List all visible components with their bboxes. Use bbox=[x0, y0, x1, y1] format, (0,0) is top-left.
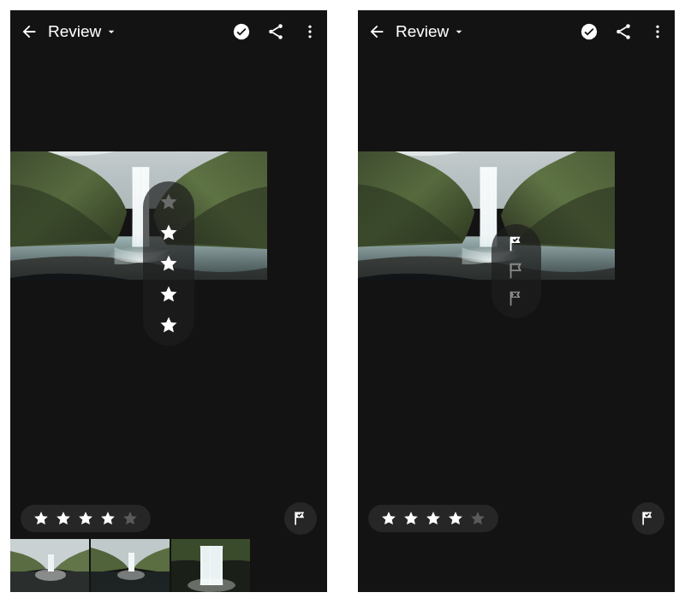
flag-pick-icon[interactable] bbox=[507, 234, 526, 253]
rating-display[interactable] bbox=[21, 505, 151, 532]
phone-screen-right: Review bbox=[358, 10, 675, 592]
flag-gesture-overlay[interactable] bbox=[491, 224, 541, 318]
star-icon bbox=[425, 510, 442, 527]
mode-label: Review bbox=[48, 22, 101, 41]
star-icon bbox=[77, 510, 94, 527]
star-icon bbox=[158, 192, 179, 212]
star-icon bbox=[55, 510, 72, 527]
share-icon bbox=[266, 22, 285, 41]
mode-dropdown[interactable]: Review bbox=[396, 22, 466, 41]
caret-down-icon bbox=[452, 25, 466, 38]
caret-down-icon bbox=[104, 25, 118, 38]
overflow-button[interactable] bbox=[640, 23, 675, 40]
back-button[interactable] bbox=[10, 22, 48, 41]
select-mode-button[interactable] bbox=[572, 22, 606, 41]
overflow-button[interactable] bbox=[293, 23, 327, 40]
share-button[interactable] bbox=[259, 22, 293, 41]
star-icon bbox=[122, 510, 139, 527]
share-icon bbox=[614, 22, 633, 41]
app-header: Review bbox=[358, 10, 675, 53]
star-icon bbox=[99, 510, 116, 527]
flag-pick-icon bbox=[640, 510, 657, 527]
bottom-bar bbox=[358, 501, 675, 536]
photo-image bbox=[358, 151, 615, 280]
mode-label: Review bbox=[396, 22, 449, 41]
star-icon bbox=[158, 222, 179, 243]
more-vert-icon bbox=[301, 23, 319, 40]
filmstrip[interactable] bbox=[358, 539, 675, 592]
thumbnail[interactable] bbox=[171, 539, 250, 592]
star-icon bbox=[402, 510, 420, 527]
star-icon bbox=[158, 315, 179, 335]
rating-display[interactable] bbox=[368, 505, 498, 532]
star-icon bbox=[158, 253, 179, 274]
filmstrip[interactable] bbox=[10, 539, 327, 592]
check-circle-icon bbox=[580, 22, 599, 41]
thumbnail[interactable] bbox=[10, 539, 89, 592]
more-vert-icon bbox=[649, 23, 666, 40]
rating-gesture-overlay[interactable] bbox=[143, 181, 194, 346]
back-button[interactable] bbox=[358, 22, 396, 41]
flag-pick-icon bbox=[292, 510, 309, 527]
bottom-bar bbox=[10, 501, 327, 536]
select-mode-button[interactable] bbox=[224, 22, 259, 41]
check-circle-icon bbox=[232, 22, 251, 41]
thumbnail[interactable] bbox=[91, 539, 170, 592]
arrow-left-icon bbox=[20, 22, 39, 41]
star-icon bbox=[447, 510, 464, 527]
star-icon bbox=[33, 510, 50, 527]
share-button[interactable] bbox=[606, 22, 640, 41]
arrow-left-icon bbox=[367, 22, 386, 41]
star-icon bbox=[469, 510, 486, 527]
star-icon bbox=[380, 510, 397, 527]
flag-button[interactable] bbox=[632, 502, 664, 535]
flag-reject-icon[interactable] bbox=[507, 289, 526, 308]
star-icon bbox=[158, 284, 179, 305]
app-header: Review bbox=[10, 10, 327, 53]
flag-unflag-icon[interactable] bbox=[507, 262, 526, 281]
photo-image bbox=[10, 151, 267, 280]
mode-dropdown[interactable]: Review bbox=[48, 22, 118, 41]
phone-screen-left: Review bbox=[10, 10, 327, 592]
flag-button[interactable] bbox=[284, 502, 317, 535]
